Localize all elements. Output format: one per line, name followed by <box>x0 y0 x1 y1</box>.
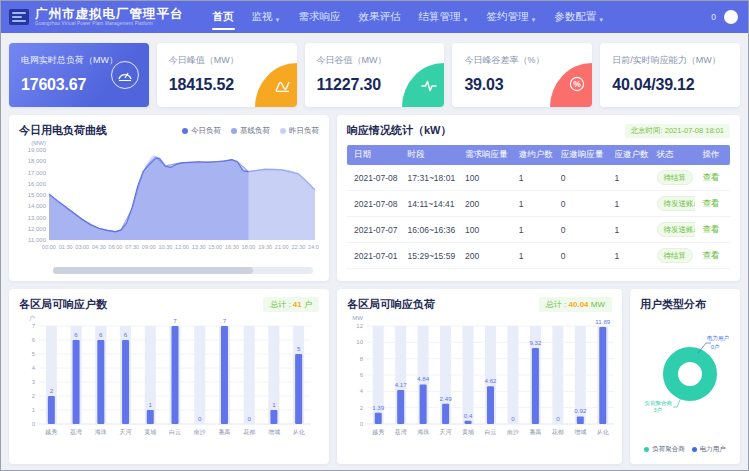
svg-text:0: 0 <box>32 421 36 427</box>
chevron-down-icon: ▼ <box>598 17 604 23</box>
table-cell: 100 <box>458 173 512 183</box>
main-nav: 首页监视▼需求响应效果评估结算管理▼签约管理▼参数配置▼ <box>204 1 614 33</box>
nav-item-5[interactable]: 签约管理▼ <box>477 1 545 33</box>
response-stats-title: 响应情况统计（kW） <box>347 123 452 138</box>
svg-text:00:00: 00:00 <box>42 244 56 250</box>
user-type-title: 用户类型分布 <box>640 297 730 312</box>
logo-icon <box>9 9 29 25</box>
table-cell: 0 <box>554 173 608 183</box>
column-header-7: 操作 <box>695 149 729 161</box>
table-cell-action: 查看 <box>695 198 729 210</box>
kpi-row: 电网实时总负荷（MW）17603.67今日峰值（MW）18415.52今日谷值（… <box>9 43 740 107</box>
svg-text:6: 6 <box>32 337 36 343</box>
svg-text:5: 5 <box>32 351 36 357</box>
svg-text:黄埔: 黄埔 <box>462 429 474 435</box>
legend-dot <box>231 128 237 134</box>
svg-text:1: 1 <box>149 401 153 408</box>
svg-text:海珠: 海珠 <box>417 429 429 435</box>
column-header-2: 需求响应量 <box>458 149 512 161</box>
svg-text:11.89: 11.89 <box>595 318 611 325</box>
svg-text:海珠: 海珠 <box>95 429 107 435</box>
svg-text:12,000: 12,000 <box>28 226 47 232</box>
status-badge: 待发送账单 <box>657 196 696 211</box>
svg-text:4: 4 <box>360 388 364 394</box>
table-row: 2021-07-0716:06~16:36100101待发送账单查看 <box>347 217 730 243</box>
view-link[interactable]: 查看 <box>702 224 719 234</box>
svg-text:荔湾: 荔湾 <box>395 428 407 436</box>
district-users-chart: 户012345672越秀6荔湾6海珠6天河1黄埔7白云0南沙7番禺0花都1增城5… <box>19 312 317 450</box>
svg-text:天河: 天河 <box>440 429 452 435</box>
table-cell: 0 <box>554 251 608 261</box>
district-users-total-badge: 总计 : 41 户 <box>263 297 319 312</box>
notification-count[interactable]: 0 <box>711 12 716 22</box>
table-cell: 1 <box>607 199 649 209</box>
dashboard: 电网实时总负荷（MW）17603.67今日峰值（MW）18415.52今日谷值（… <box>1 33 748 471</box>
pulse-icon <box>402 63 444 107</box>
nav-item-1[interactable]: 监视▼ <box>243 1 290 33</box>
donut-legend-item-1[interactable]: 电力用户 <box>692 445 726 454</box>
district-users-title: 各区局可响应户数 <box>19 297 107 312</box>
svg-text:%: % <box>573 79 581 89</box>
load-curve-panel: 今日用电负荷曲线 今日负荷基线负荷昨日负荷 (MW)11,00012,00013… <box>9 115 329 281</box>
district-load-title: 各区局可响应负荷 <box>347 297 435 312</box>
district-load-total-badge: 总计 : 40.04 MW <box>539 297 612 312</box>
svg-text:花都: 花都 <box>243 429 255 436</box>
nav-item-3[interactable]: 效果评估 <box>349 1 409 33</box>
svg-text:8: 8 <box>360 356 364 362</box>
chart-zoom-scrollbar[interactable] <box>53 267 313 274</box>
nav-item-4[interactable]: 结算管理▼ <box>409 1 477 33</box>
view-link[interactable]: 查看 <box>702 172 719 182</box>
svg-text:10: 10 <box>356 339 363 345</box>
svg-text:7: 7 <box>32 323 36 329</box>
app-title: 广州市虚拟电厂管理平台 <box>35 8 184 21</box>
svg-text:从化: 从化 <box>597 429 609 436</box>
beijing-time-badge: 北京时间: 2021-07-08 18:01 <box>625 124 730 138</box>
table-cell-status: 待发送账单 <box>650 222 696 237</box>
view-link[interactable]: 查看 <box>702 198 719 208</box>
table-cell: 1 <box>512 173 554 183</box>
legend-label: 基线负荷 <box>240 126 270 136</box>
nav-item-0[interactable]: 首页 <box>204 1 243 33</box>
column-header-5: 应邀户数 <box>607 149 649 161</box>
status-badge: 待结算 <box>657 248 694 263</box>
scrollbar-thumb[interactable] <box>53 267 253 274</box>
svg-text:12: 12 <box>356 323 363 329</box>
svg-text:4: 4 <box>32 365 36 371</box>
percent-icon: % <box>550 63 592 107</box>
table-cell-action: 查看 <box>695 224 729 236</box>
svg-text:2.49: 2.49 <box>440 395 453 402</box>
svg-text:户: 户 <box>29 314 35 321</box>
svg-text:17,000: 17,000 <box>28 170 47 176</box>
district-load-chart: MW0246810121.39越秀4.17荔湾4.84海珠2.49天河0.4黄埔… <box>347 312 620 450</box>
user-avatar[interactable] <box>724 10 738 24</box>
svg-text:0: 0 <box>198 415 202 422</box>
svg-text:03:00: 03:00 <box>75 244 89 250</box>
svg-text:21:00: 21:00 <box>275 244 289 250</box>
kpi-card-3: 今日峰谷差率（%）39.03% <box>452 43 592 107</box>
legend-item-1[interactable]: 基线负荷 <box>231 126 270 136</box>
donut-legend-item-0[interactable]: 负荷聚合商 <box>644 445 685 454</box>
legend-label: 负荷聚合商 <box>652 445 685 454</box>
kpi-card-4: 日前/实时响应能力（MW）40.04/39.12 <box>600 43 740 107</box>
svg-text:3户: 3户 <box>653 407 662 413</box>
nav-item-2[interactable]: 需求响应 <box>289 1 349 33</box>
svg-text:0.92: 0.92 <box>574 407 587 414</box>
svg-text:MW: MW <box>352 315 363 321</box>
user-type-legend: 负荷聚合商电力用户 <box>640 445 730 456</box>
legend-dot <box>644 447 649 452</box>
svg-text:22:30: 22:30 <box>291 244 305 250</box>
svg-text:13,000: 13,000 <box>28 215 47 221</box>
svg-text:1: 1 <box>272 401 276 408</box>
svg-text:1: 1 <box>32 407 36 413</box>
svg-text:4.84: 4.84 <box>417 375 430 382</box>
legend-item-2[interactable]: 昨日负荷 <box>280 126 319 136</box>
svg-text:5: 5 <box>297 345 301 352</box>
response-stats-panel: 响应情况统计（kW） 北京时间: 2021-07-08 18:01 日期时段需求… <box>337 115 740 281</box>
view-link[interactable]: 查看 <box>702 250 719 260</box>
svg-text:(MW): (MW) <box>31 140 46 146</box>
user-type-donut-chart: 电力用户0户负荷聚合商3户 <box>640 312 732 440</box>
legend-item-0[interactable]: 今日负荷 <box>182 126 221 136</box>
svg-text:13:30: 13:30 <box>192 244 206 250</box>
nav-item-6[interactable]: 参数配置▼ <box>545 1 613 33</box>
table-cell: 2021-07-08 <box>347 173 401 183</box>
